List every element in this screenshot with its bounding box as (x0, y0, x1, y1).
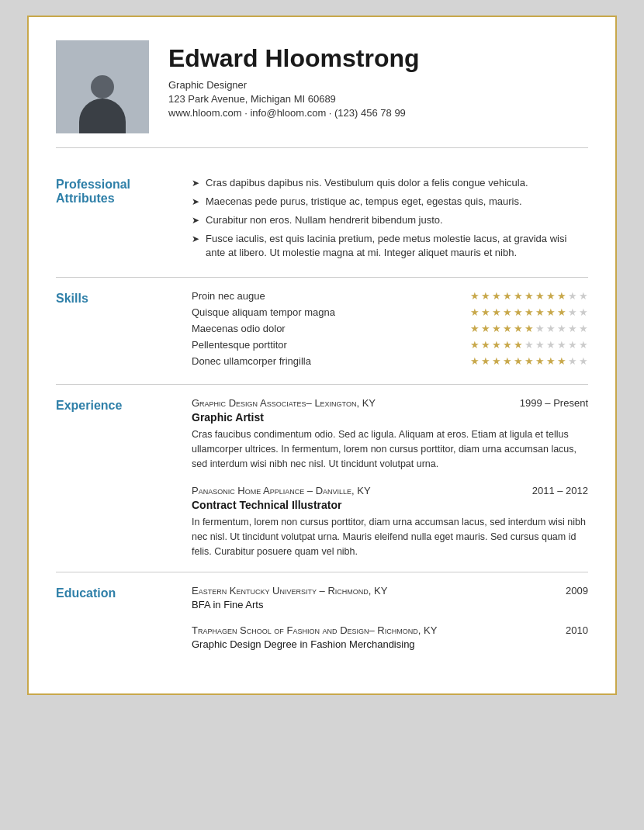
filled-star-icon: ★ (557, 355, 566, 367)
skills-label: Skills (56, 290, 176, 372)
skill-stars: ★★★★★★★★★★★ (470, 323, 588, 334)
skill-stars: ★★★★★★★★★★★ (470, 290, 588, 302)
empty-star-icon: ★ (535, 339, 545, 351)
filled-star-icon: ★ (525, 306, 534, 318)
edu-header: Eastern Kentucky University – Richmond, … (192, 585, 588, 597)
filled-star-icon: ★ (503, 290, 512, 302)
professional-attributes-label: Professional Attributes (56, 176, 176, 265)
filled-star-icon: ★ (546, 306, 556, 318)
filled-star-icon: ★ (492, 323, 501, 334)
attribute-item: ➤Cras dapibus dapibus nis. Vestibulum qu… (192, 176, 588, 191)
empty-star-icon: ★ (557, 339, 566, 351)
education-label: Education (56, 585, 176, 650)
skills-section: Skills Proin nec augue★★★★★★★★★★★Quisque… (56, 278, 588, 385)
professional-attributes-section: Professional Attributes ➤Cras dapibus da… (56, 164, 588, 278)
bullet-icon: ➤ (192, 214, 199, 228)
education-section: Education Eastern Kentucky University – … (56, 572, 588, 662)
bullet-icon: ➤ (192, 195, 199, 209)
candidate-contact: www.hloom.com · info@hloom.com · (123) 4… (168, 107, 588, 119)
resume-page: Edward Hloomstrong Graphic Designer 123 … (27, 16, 617, 695)
attributes-list: ➤Cras dapibus dapibus nis. Vestibulum qu… (192, 176, 588, 261)
filled-star-icon: ★ (481, 339, 490, 351)
edu-header: Traphagen School of Fashion and Design– … (192, 624, 588, 636)
filled-star-icon: ★ (492, 355, 501, 367)
skill-name: Proin nec augue (192, 290, 470, 302)
empty-star-icon: ★ (546, 323, 556, 334)
filled-star-icon: ★ (514, 306, 523, 318)
filled-star-icon: ★ (481, 323, 490, 334)
exp-company: Graphic Design Associates– Lexington, KY (192, 397, 376, 409)
filled-star-icon: ★ (514, 323, 523, 334)
filled-star-icon: ★ (535, 306, 545, 318)
empty-star-icon: ★ (568, 323, 577, 334)
candidate-address: 123 Park Avenue, Michigan MI 60689 (168, 93, 588, 105)
skill-stars: ★★★★★★★★★★★ (470, 339, 588, 351)
experience-label: Experience (56, 397, 176, 559)
skill-stars: ★★★★★★★★★★★ (470, 306, 588, 318)
experience-item: Panasonic Home Appliance – Danville, KY … (192, 485, 588, 559)
exp-description: Cras faucibus condimentum odio. Sed ac l… (192, 427, 588, 471)
header-section: Edward Hloomstrong Graphic Designer 123 … (56, 40, 588, 148)
empty-star-icon: ★ (568, 306, 577, 318)
exp-header: Panasonic Home Appliance – Danville, KY … (192, 485, 588, 496)
experience-item: Graphic Design Associates– Lexington, KY… (192, 397, 588, 471)
filled-star-icon: ★ (514, 290, 523, 302)
empty-star-icon: ★ (525, 339, 534, 351)
bullet-icon: ➤ (192, 233, 199, 261)
empty-star-icon: ★ (557, 323, 566, 334)
empty-star-icon: ★ (579, 339, 588, 351)
filled-star-icon: ★ (470, 355, 480, 367)
filled-star-icon: ★ (546, 290, 556, 302)
filled-star-icon: ★ (557, 306, 566, 318)
empty-star-icon: ★ (579, 306, 588, 318)
filled-star-icon: ★ (492, 339, 501, 351)
filled-star-icon: ★ (470, 306, 480, 318)
education-item: Eastern Kentucky University – Richmond, … (192, 585, 588, 610)
skills-table: Proin nec augue★★★★★★★★★★★Quisque aliqua… (192, 290, 588, 367)
empty-star-icon: ★ (568, 290, 577, 302)
filled-star-icon: ★ (503, 306, 512, 318)
empty-star-icon: ★ (535, 323, 545, 334)
attribute-item: ➤Curabitur non eros. Nullam hendrerit bi… (192, 213, 588, 228)
empty-star-icon: ★ (579, 323, 588, 334)
edu-school: Traphagen School of Fashion and Design– … (192, 624, 437, 636)
empty-star-icon: ★ (579, 290, 588, 302)
edu-degree: Graphic Design Degree in Fashion Merchan… (192, 638, 588, 650)
education-content: Eastern Kentucky University – Richmond, … (192, 585, 588, 650)
skill-row: Pellentesque porttitor★★★★★★★★★★★ (192, 339, 588, 351)
bullet-icon: ➤ (192, 177, 199, 191)
skill-name: Donec ullamcorper fringilla (192, 355, 470, 367)
edu-school: Eastern Kentucky University – Richmond, … (192, 585, 387, 597)
exp-description: In fermentum, lorem non cursus porttitor… (192, 515, 588, 559)
edu-year: 2010 (566, 624, 588, 636)
edu-degree: BFA in Fine Arts (192, 599, 588, 610)
education-item: Traphagen School of Fashion and Design– … (192, 624, 588, 650)
filled-star-icon: ★ (514, 339, 523, 351)
empty-star-icon: ★ (579, 355, 588, 367)
skill-name: Maecenas odio dolor (192, 323, 470, 334)
filled-star-icon: ★ (492, 306, 501, 318)
skill-row: Proin nec augue★★★★★★★★★★★ (192, 290, 588, 302)
attribute-item: ➤Fusce iaculis, est quis lacinia pretium… (192, 232, 588, 261)
skill-row: Maecenas odio dolor★★★★★★★★★★★ (192, 323, 588, 334)
exp-role: Contract Technical Illustrator (192, 499, 588, 511)
filled-star-icon: ★ (503, 339, 512, 351)
exp-role: Graphic Artist (192, 411, 588, 424)
filled-star-icon: ★ (503, 323, 512, 334)
filled-star-icon: ★ (492, 290, 501, 302)
exp-dates: 1999 – Present (520, 397, 588, 409)
filled-star-icon: ★ (535, 355, 545, 367)
filled-star-icon: ★ (525, 355, 534, 367)
filled-star-icon: ★ (481, 306, 490, 318)
exp-header: Graphic Design Associates– Lexington, KY… (192, 397, 588, 409)
filled-star-icon: ★ (525, 290, 534, 302)
experience-content: Graphic Design Associates– Lexington, KY… (192, 397, 588, 559)
empty-star-icon: ★ (568, 339, 577, 351)
skill-row: Donec ullamcorper fringilla★★★★★★★★★★★ (192, 355, 588, 367)
empty-star-icon: ★ (568, 355, 577, 367)
filled-star-icon: ★ (546, 355, 556, 367)
skill-name: Quisque aliquam tempor magna (192, 306, 470, 318)
filled-star-icon: ★ (514, 355, 523, 367)
candidate-title: Graphic Designer (168, 79, 588, 91)
filled-star-icon: ★ (481, 355, 490, 367)
